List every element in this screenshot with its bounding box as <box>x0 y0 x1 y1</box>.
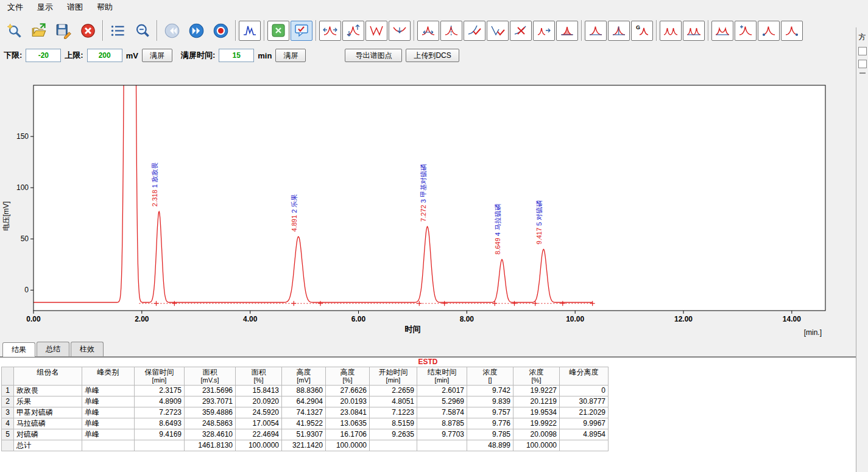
peak-move-h-icon <box>323 23 337 38</box>
cell: 328.4610 <box>185 429 236 440</box>
upload-dcs-button[interactable]: 上传到DCS <box>406 49 459 62</box>
cell: 15.8413 <box>236 386 282 396</box>
zoom-button[interactable] <box>130 19 153 42</box>
right-side-panel: 方 <box>856 27 868 472</box>
peak-edge2-icon <box>785 23 799 38</box>
curve-reject-button[interactable] <box>510 21 532 41</box>
annotation-button[interactable] <box>291 21 312 41</box>
table-row[interactable]: 4马拉硫磷单峰8.6493248.586317.005441.952213.06… <box>2 418 609 429</box>
svg-text:[min.]: [min.] <box>804 328 822 337</box>
row-number: 1 <box>2 386 14 396</box>
next-button[interactable] <box>185 19 208 42</box>
curve-reject-icon <box>513 23 528 38</box>
table-row[interactable]: 3甲基对硫磷单峰7.2723359.488624.592074.132723.0… <box>2 407 609 418</box>
list-button[interactable] <box>106 19 129 42</box>
twin-peaks2-button[interactable] <box>683 21 705 41</box>
spectrum-button[interactable] <box>239 21 261 41</box>
cell: 100.0000 <box>326 440 370 451</box>
method-panel-label: 方 <box>859 32 866 43</box>
peak-extra-button[interactable] <box>735 21 757 41</box>
valley-down-icon <box>392 23 407 38</box>
valley-down-button[interactable] <box>389 21 411 41</box>
export-points-button[interactable]: 导出谱图点 <box>345 49 402 62</box>
cell: 41.9522 <box>282 418 326 429</box>
peak-width-button[interactable] <box>417 21 439 41</box>
save-button[interactable] <box>52 19 75 42</box>
open-button[interactable] <box>27 19 51 42</box>
fullscreen-y-button[interactable]: 满屏 <box>142 49 172 62</box>
toggle-green-button[interactable] <box>267 21 289 41</box>
svg-text:电压[mV]: 电压[mV] <box>2 202 10 231</box>
preview-icon <box>7 23 23 39</box>
table-row[interactable]: 5对硫磷单峰9.4169328.461022.469451.930716.170… <box>2 429 609 440</box>
cell: 7.2723 <box>135 407 185 418</box>
menu-item[interactable]: 帮助 <box>92 0 122 15</box>
cell: 30.8777 <box>560 396 609 407</box>
peak-edge-button[interactable] <box>758 21 780 41</box>
table-row[interactable]: 2乐果单峰4.8909293.707120.092064.290420.0193… <box>2 396 609 407</box>
cell: 7.5874 <box>417 407 467 418</box>
peak-width-icon <box>421 23 436 38</box>
cell: 359.4886 <box>185 407 236 418</box>
peak-shift-button[interactable] <box>533 21 555 41</box>
cell: 单峰 <box>82 418 135 429</box>
curve-check-button[interactable] <box>464 21 485 41</box>
fullscreen-x-button[interactable]: 满屏 <box>275 49 306 62</box>
peaks-merge-button[interactable] <box>711 21 733 41</box>
preview-button[interactable] <box>3 19 26 42</box>
menu-item[interactable]: 谱图 <box>62 0 92 15</box>
group-g-button[interactable]: G <box>631 21 653 41</box>
fullscreen-time-input[interactable] <box>219 49 254 62</box>
peak-move-h-button[interactable] <box>319 21 341 41</box>
peak-fill-button[interactable] <box>556 21 578 41</box>
total-row[interactable]: 总计1461.8130100.0000321.1420100.000048.89… <box>2 440 609 451</box>
panel-button-1[interactable] <box>858 47 867 55</box>
column-header: 面积[%] <box>236 367 282 386</box>
menu-item[interactable]: 显示 <box>32 0 62 15</box>
toolbar-separator <box>708 20 708 41</box>
prev-button[interactable] <box>160 19 183 42</box>
zoom-icon <box>134 23 150 39</box>
tab-总结[interactable]: 总结 <box>37 342 69 356</box>
cell <box>135 440 185 451</box>
svg-text:G: G <box>636 24 640 30</box>
column-header: 高度[mV] <box>282 367 326 386</box>
cell: 19.9922 <box>513 418 560 429</box>
upper-limit-input[interactable] <box>87 49 122 62</box>
cell: 22.4694 <box>236 429 282 440</box>
row-number: 5 <box>2 429 14 440</box>
peak-edge2-button[interactable] <box>781 21 803 41</box>
peak-move-v-button[interactable] <box>342 21 364 41</box>
cell: 27.6626 <box>326 386 370 396</box>
chromatogram-plot[interactable]: 0501001500.002.004.006.008.0010.0012.001… <box>0 72 868 345</box>
menu-item[interactable]: 文件 <box>2 0 32 15</box>
peak-label: 2.318 1 敌敌畏 <box>151 162 158 206</box>
tab-结果[interactable]: 结果 <box>2 342 35 357</box>
result-table: 组份名 峰类别 保留时间[min]面积[mV.s]面积[%]高度[mV]高度[%… <box>1 367 609 451</box>
row-number: 4 <box>2 418 14 429</box>
twin-peaks-button[interactable] <box>660 21 682 41</box>
close-button[interactable] <box>76 19 99 42</box>
peak-drop-button[interactable] <box>608 21 630 41</box>
cell: 20.0193 <box>326 396 370 407</box>
svg-text:8.00: 8.00 <box>460 315 475 323</box>
mv-unit-label: mV <box>126 51 138 60</box>
peak-split-button[interactable] <box>440 21 462 41</box>
cell: 293.7071 <box>185 396 236 407</box>
valley-check-button[interactable] <box>487 21 509 41</box>
svg-text:14.00: 14.00 <box>783 315 801 323</box>
list-icon <box>110 23 126 39</box>
cell: 21.2029 <box>560 407 609 418</box>
svg-text:4.00: 4.00 <box>243 315 258 323</box>
baseline-w-button[interactable] <box>365 21 387 41</box>
cell: 乐果 <box>14 396 82 407</box>
tab-柱效[interactable]: 柱效 <box>71 342 104 356</box>
lower-limit-input[interactable] <box>26 49 61 62</box>
panel-button-2[interactable] <box>858 60 867 68</box>
table-row[interactable]: 1敌敌畏单峰2.3175231.569615.841388.836027.662… <box>2 386 609 396</box>
cell: 16.1706 <box>326 429 370 440</box>
cell: 231.5696 <box>185 386 236 396</box>
record-button[interactable] <box>209 19 232 42</box>
peak-base-button[interactable] <box>585 21 607 41</box>
column-header: 高度[%] <box>326 367 370 386</box>
